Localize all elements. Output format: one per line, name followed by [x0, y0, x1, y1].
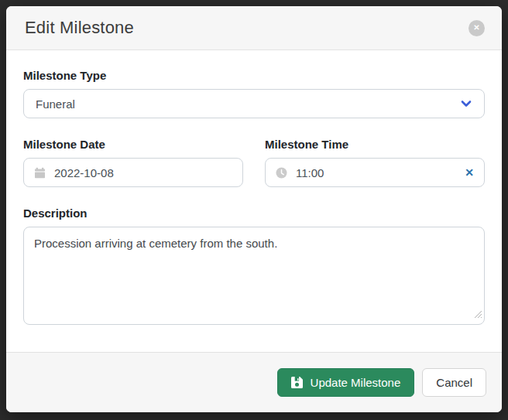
- clear-time-button[interactable]: ✕: [465, 167, 474, 178]
- description-label: Description: [23, 207, 485, 220]
- milestone-time-label: Milestone Time: [265, 138, 485, 151]
- milestone-time-col: Milestone Time ✕: [265, 138, 485, 187]
- milestone-type-group: Milestone Type Funeral: [23, 69, 485, 118]
- date-time-row: Milestone Date Milestone Time: [23, 138, 485, 187]
- close-button[interactable]: ✕: [469, 20, 485, 36]
- modal-header: Edit Milestone ✕: [6, 6, 502, 50]
- clear-x-icon: ✕: [465, 166, 474, 179]
- update-milestone-label: Update Milestone: [311, 376, 401, 389]
- milestone-date-input-group: [23, 158, 243, 187]
- cancel-button[interactable]: Cancel: [422, 368, 486, 397]
- milestone-time-input-group: ✕: [265, 158, 485, 187]
- edit-milestone-modal: Edit Milestone ✕ Milestone Type Funeral …: [6, 6, 502, 412]
- milestone-date-col: Milestone Date: [23, 138, 243, 187]
- clock-icon: [276, 167, 287, 179]
- chevron-down-icon: [460, 97, 472, 110]
- description-group: Description Procession arriving at cemet…: [23, 207, 485, 325]
- description-textarea[interactable]: Procession arriving at cemetery from the…: [23, 227, 485, 325]
- calendar-icon: [34, 167, 46, 179]
- milestone-type-label: Milestone Type: [23, 69, 485, 82]
- modal-title: Edit Milestone: [25, 18, 134, 38]
- save-icon: [291, 377, 303, 388]
- milestone-type-select[interactable]: Funeral: [23, 89, 485, 118]
- update-milestone-button[interactable]: Update Milestone: [277, 368, 415, 397]
- description-textarea-wrap: Procession arriving at cemetery from the…: [23, 227, 485, 325]
- modal-footer: Update Milestone Cancel: [6, 352, 502, 412]
- close-icon: ✕: [473, 24, 479, 32]
- milestone-date-input[interactable]: [54, 166, 232, 179]
- milestone-date-label: Milestone Date: [23, 138, 243, 151]
- milestone-time-input[interactable]: [296, 166, 456, 179]
- modal-body: Milestone Type Funeral Milestone Date: [6, 50, 502, 352]
- modal-overlay: Edit Milestone ✕ Milestone Type Funeral …: [0, 0, 508, 420]
- milestone-type-value: Funeral: [36, 97, 75, 111]
